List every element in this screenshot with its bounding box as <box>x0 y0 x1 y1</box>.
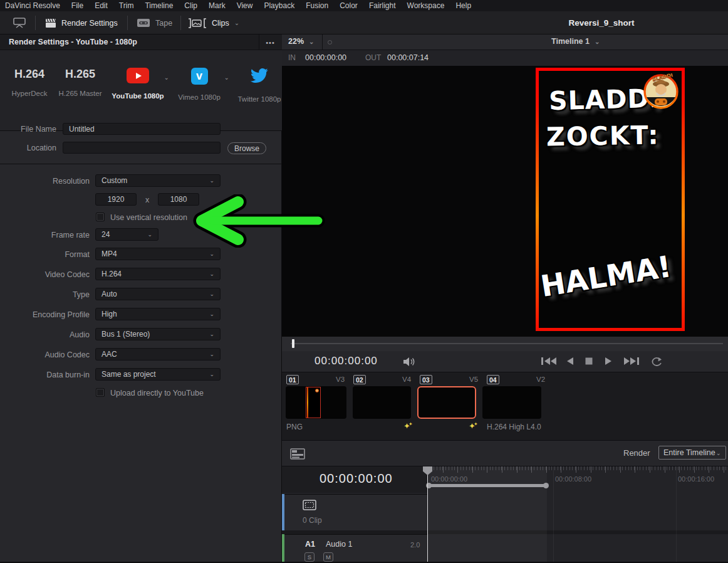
render-control-bar: Render Entire Timeline ⌄ <box>282 440 728 466</box>
menu-item-timeline[interactable]: Timeline <box>145 1 173 10</box>
scrub-playhead-handle[interactable] <box>292 339 294 348</box>
audio-mute-icon[interactable] <box>403 357 415 367</box>
clip-thumbnail-2[interactable] <box>353 386 411 419</box>
timeline-playhead-line[interactable] <box>427 469 428 563</box>
clip-thumbnail-3-selected[interactable] <box>417 386 476 419</box>
go-to-first-frame-button[interactable] <box>541 356 557 366</box>
menu-item-trim[interactable]: Trim <box>119 1 134 10</box>
chevron-down-icon[interactable]: ⌄ <box>164 74 169 81</box>
video-codec-label: Video Codec <box>0 270 90 279</box>
type-value: Auto <box>101 290 117 298</box>
out-timecode[interactable]: 00:00:07:14 <box>387 53 429 62</box>
audio-value: Bus 1 (Stereo) <box>101 330 150 339</box>
stop-button[interactable] <box>585 356 593 366</box>
solo-button[interactable]: S <box>304 552 315 562</box>
audio-track-name: Audio 1 <box>326 540 352 549</box>
mute-button[interactable]: M <box>323 552 333 562</box>
video-codec-dropdown[interactable]: H.264⌄ <box>95 268 221 280</box>
loop-playback-button[interactable] <box>650 356 663 367</box>
chevron-down-icon: ⌄ <box>147 231 152 238</box>
chevron-down-icon: ⌄ <box>209 331 214 337</box>
menu-item-view[interactable]: View <box>237 1 253 10</box>
play-button[interactable] <box>605 356 613 366</box>
browse-button[interactable]: Browse <box>227 142 266 154</box>
viewer-toolbar: 22% ⌄ Timeline 1 ⌄ <box>282 34 728 50</box>
frame-rate-label: Frame rate <box>0 231 90 239</box>
project-title: Reversi_9_short <box>507 11 695 34</box>
upload-to-youtube-checkbox[interactable] <box>96 388 105 397</box>
audio-codec-dropdown[interactable]: AAC⌄ <box>95 348 221 360</box>
sladdi-channel-logo: SLADDI <box>643 73 679 110</box>
clip-number-badge: 02 <box>353 375 366 384</box>
audio-track-color-stripe <box>282 534 284 563</box>
file-name-input[interactable]: Untitled <box>63 123 221 135</box>
menu-item-playback[interactable]: Playback <box>264 1 294 10</box>
resolution-dropdown[interactable]: Custom⌄ <box>95 174 221 187</box>
video-track-header[interactable]: 0 Clip <box>282 494 428 530</box>
render-settings-panel-header: Render Settings - YouTube - 1080p ••• <box>0 34 282 50</box>
chevron-down-icon[interactable]: ⌄ <box>224 74 229 81</box>
preset-h265-master-label: H.265 Master <box>55 90 105 97</box>
encoding-profile-dropdown[interactable]: High⌄ <box>95 308 221 320</box>
scrub-track[interactable] <box>291 343 723 344</box>
render-settings-button[interactable]: Render Settings <box>45 11 118 34</box>
menu-item-davinci-resolve[interactable]: DaVinci Resolve <box>5 1 60 10</box>
go-to-last-frame-button[interactable] <box>623 356 640 366</box>
menu-item-fairlight[interactable]: Fairlight <box>369 1 396 10</box>
clips-button[interactable]: Clips ⌄ <box>188 11 239 34</box>
clip-thumbnail-4[interactable] <box>482 386 541 419</box>
use-vertical-resolution-checkbox[interactable] <box>96 213 105 221</box>
menu-item-help[interactable]: Help <box>455 1 471 10</box>
panel-options-button[interactable]: ••• <box>259 34 281 50</box>
location-input[interactable] <box>63 142 221 154</box>
preset-youtube-1080p[interactable]: ⌄ YouTube 1080p <box>110 68 165 100</box>
timeline-view-icon[interactable] <box>290 448 305 460</box>
preset-twitter-label: Twitter 1080p <box>233 95 282 103</box>
render-range-dropdown[interactable]: Entire Timeline ⌄ <box>658 446 726 460</box>
timeline-timecode[interactable]: 00:00:00:00 <box>320 471 393 486</box>
twitter-icon <box>250 68 269 84</box>
preset-vimeo-1080p[interactable]: v ⌄ Vimeo 1080p <box>174 68 224 101</box>
timeline-selector-dropdown[interactable]: Timeline 1 ⌄ <box>551 37 600 46</box>
audio-dropdown[interactable]: Bus 1 (Stereo)⌄ <box>95 328 221 340</box>
clip-track-label: V3 <box>336 376 345 383</box>
chevron-down-icon: ⌄ <box>209 177 214 184</box>
menu-item-fusion[interactable]: Fusion <box>306 1 328 10</box>
clip-thumbnail-1[interactable] <box>286 386 346 419</box>
resolution-height-input[interactable]: 1080 <box>158 193 199 206</box>
clips-label: Clips <box>212 19 229 28</box>
menu-item-workspace[interactable]: Workspace <box>407 1 445 10</box>
viewer-timecode[interactable]: 00:00:00:00 <box>315 355 378 367</box>
menu-item-edit[interactable]: Edit <box>95 1 108 10</box>
toolbar-separator <box>127 16 128 30</box>
data-burnin-dropdown[interactable]: Same as project⌄ <box>95 368 221 381</box>
play-reverse-button[interactable] <box>565 356 574 366</box>
audio-codec-value: AAC <box>101 350 117 359</box>
preset-h265-master[interactable]: H.265 H.265 Master <box>55 68 105 97</box>
type-dropdown[interactable]: Auto⌄ <box>95 288 221 300</box>
render-settings-label: Render Settings <box>61 19 118 28</box>
clip-track-label: V5 <box>469 376 478 383</box>
data-burnin-label: Data burn-in <box>0 371 90 379</box>
menu-item-mark[interactable]: Mark <box>209 1 226 10</box>
render-queue-toggle-button[interactable] <box>13 11 26 34</box>
preset-twitter-1080p[interactable]: Twitter 1080p <box>233 68 282 103</box>
preset-h264-hyperdeck[interactable]: H.264 HyperDeck <box>9 68 50 97</box>
format-dropdown[interactable]: MP4⌄ <box>95 248 221 260</box>
frame-rate-dropdown[interactable]: 24⌄ <box>95 228 159 241</box>
chevron-down-icon: ⌄ <box>234 19 239 26</box>
menu-item-color[interactable]: Color <box>340 1 358 10</box>
menu-item-file[interactable]: File <box>71 1 83 10</box>
deliver-toolbar: Render Settings Tape Clips ⌄ Reversi_9_s… <box>0 11 728 34</box>
audio-track-header[interactable]: A1 Audio 1 2.0 S M <box>282 534 428 563</box>
viewer-zoom-dropdown[interactable]: 22% ⌄ <box>288 37 314 46</box>
resolution-width-input[interactable]: 1920 <box>95 193 137 206</box>
preset-h264-title: H.264 <box>14 68 44 80</box>
viewer-scrub-bar[interactable] <box>282 337 728 351</box>
menu-item-clip[interactable]: Clip <box>184 1 197 10</box>
davinci-resolve-deliver-page: DaVinci Resolve File Edit Trim Timeline … <box>0 0 728 563</box>
video-preview-content: SLADDI ZOCKT: HALMA! <box>539 71 682 328</box>
render-range-value: Entire Timeline <box>663 448 715 457</box>
tape-button[interactable]: Tape <box>137 11 172 34</box>
in-timecode[interactable]: 00:00:00:00 <box>305 53 346 62</box>
